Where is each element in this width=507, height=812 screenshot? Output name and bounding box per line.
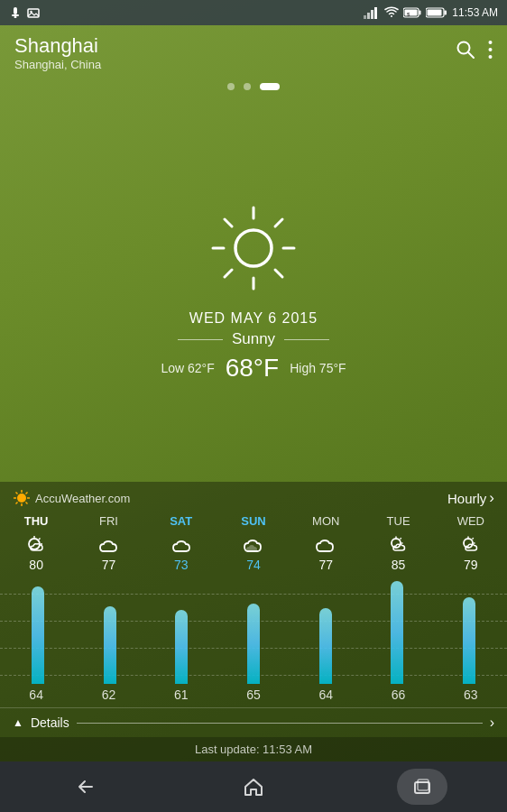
details-bar[interactable]: ▲ Details › [0, 707, 507, 737]
bar-fri [104, 606, 116, 684]
svg-line-38 [16, 503, 18, 504]
day-tue: TUE [387, 512, 410, 530]
day-col-mon: MON [290, 512, 362, 530]
battery-saving-icon: $ [403, 7, 421, 18]
cloudy-icon-fri [96, 535, 121, 555]
details-triangle-icon: ▲ [13, 716, 23, 729]
weather-fri: 77 [72, 535, 144, 572]
svg-rect-14 [445, 11, 447, 15]
high-tue: 85 [392, 558, 406, 572]
bar-tue [391, 581, 403, 684]
weather-panel: AccuWeather.com Hourly › THU FRI SAT SUN… [0, 482, 507, 761]
search-button[interactable] [456, 40, 475, 65]
partly-cloudy-icon-wed [458, 535, 484, 555]
high-wed: 79 [464, 558, 478, 572]
days-row: THU FRI SAT SUN MON TUE WED [0, 511, 507, 531]
wifi-icon [384, 6, 399, 19]
svg-point-21 [235, 230, 272, 266]
svg-line-26 [225, 219, 232, 226]
back-icon [74, 776, 96, 798]
more-menu-button[interactable] [488, 40, 493, 65]
status-bar: $ 11:53 AM [0, 0, 507, 25]
bar-col-tue [362, 576, 434, 684]
condition-line-right [284, 339, 329, 340]
panel-header: AccuWeather.com Hourly › [0, 482, 507, 511]
overcast-icon-mon [313, 535, 338, 555]
bar-thu [32, 586, 44, 684]
status-bar-right: $ 11:53 AM [364, 6, 498, 19]
sun-icon [204, 198, 303, 298]
city-name: Shanghai [14, 34, 456, 58]
svg-point-18 [489, 41, 493, 44]
overcast-icon-sun [241, 535, 266, 555]
page-dot-2[interactable] [244, 83, 251, 90]
details-line [77, 723, 483, 724]
svg-point-20 [489, 55, 493, 59]
chevron-right-icon: › [489, 489, 494, 507]
bar-sat [175, 610, 188, 684]
low-tue: 66 [362, 687, 434, 702]
bar-col-sat [145, 576, 217, 684]
bar-chart [0, 576, 507, 684]
weather-tue: 85 [362, 535, 434, 572]
low-mon: 64 [290, 687, 362, 702]
home-button[interactable] [228, 769, 279, 805]
svg-rect-15 [428, 10, 442, 16]
status-bar-left [9, 6, 40, 19]
battery-icon [426, 7, 447, 18]
weather-low: Low 62°F [161, 361, 214, 375]
day-col-wed: WED [435, 512, 507, 530]
svg-rect-6 [367, 13, 370, 19]
svg-rect-0 [14, 7, 17, 14]
image-icon [27, 6, 40, 19]
svg-rect-7 [371, 10, 373, 19]
weather-high: High 75°F [290, 361, 346, 375]
svg-line-17 [468, 52, 474, 58]
page-dots [0, 83, 507, 90]
signal-icon [364, 6, 380, 19]
svg-rect-52 [418, 780, 429, 790]
partly-cloudy-icon-thu [23, 535, 49, 555]
svg-rect-2 [14, 16, 17, 18]
weather-main-temp: 68°F [226, 354, 279, 383]
svg-point-30 [17, 494, 26, 503]
page-dot-1[interactable] [227, 83, 235, 90]
low-sun: 65 [217, 687, 290, 702]
svg-rect-8 [374, 7, 377, 19]
high-sun: 74 [246, 558, 261, 572]
svg-line-37 [26, 493, 28, 494]
bar-col-mon [290, 576, 362, 684]
day-fri: FRI [99, 512, 118, 530]
low-temps-row: 64 62 61 65 64 66 63 [0, 684, 507, 707]
day-mon: MON [312, 512, 339, 530]
bar-col-sun [217, 576, 290, 684]
top-bar-icons [456, 40, 493, 65]
bar-mon [319, 608, 332, 684]
weather-sun: 74 [217, 535, 290, 572]
accuweather-sun-icon [13, 489, 31, 507]
bar-col-wed [433, 576, 505, 684]
day-sun: SUN [241, 512, 265, 530]
low-fri: 62 [72, 687, 144, 702]
bar-col-fri [74, 576, 146, 684]
svg-line-49 [472, 538, 473, 539]
back-button[interactable] [60, 769, 110, 805]
weather-condition: Sunny [178, 330, 329, 348]
city-sub: Shanghai, China [14, 58, 456, 71]
low-wed: 63 [435, 687, 507, 702]
day-sat: SAT [170, 512, 192, 530]
last-update: Last update: 11:53 AM [0, 737, 507, 761]
weather-mon: 77 [290, 535, 362, 572]
bar-wed [463, 597, 475, 684]
hourly-link[interactable]: Hourly › [447, 489, 494, 507]
home-icon [243, 776, 264, 798]
weather-wed: 79 [435, 535, 507, 572]
recent-apps-button[interactable] [397, 769, 447, 805]
recent-apps-icon [412, 777, 432, 797]
page-dot-3[interactable] [260, 83, 280, 90]
cloudy-icon-sat [169, 535, 194, 555]
svg-line-28 [275, 219, 282, 226]
brand-label: AccuWeather.com [35, 492, 130, 505]
svg-line-35 [16, 493, 18, 494]
nav-bar [0, 761, 507, 812]
